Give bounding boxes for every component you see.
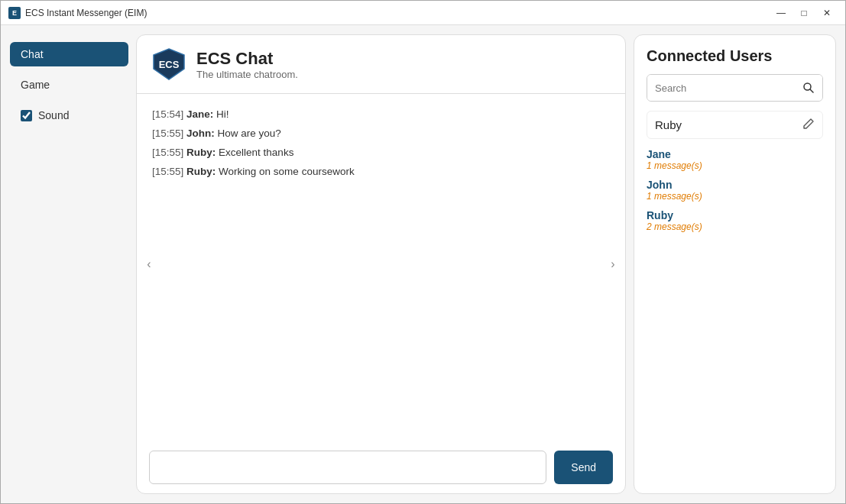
user-entry[interactable]: Jane1 message(s) xyxy=(647,148,823,171)
chat-messages: [15:54] Jane: Hi![15:55] John: How are y… xyxy=(137,94,625,441)
user-entry[interactable]: Ruby2 message(s) xyxy=(647,209,823,232)
sidebar: Chat Game Sound xyxy=(10,34,128,494)
main-content: Chat Game Sound ECS ECS Chat The ultimat xyxy=(1,25,845,503)
search-input[interactable] xyxy=(647,75,795,101)
msg-time: [15:55] xyxy=(152,128,183,139)
sound-checkbox[interactable] xyxy=(21,110,32,121)
minimize-button[interactable]: — xyxy=(770,5,792,21)
msg-user: John: xyxy=(186,128,215,139)
svg-text:ECS: ECS xyxy=(159,59,180,70)
search-icon xyxy=(802,82,815,94)
chat-logo-icon: ECS xyxy=(152,47,186,81)
msg-time: [15:55] xyxy=(152,147,183,158)
msg-text: How are you? xyxy=(218,128,281,139)
chat-title: ECS Chat xyxy=(196,49,298,69)
msg-user: Ruby: xyxy=(186,147,216,158)
message-line: [15:55] Ruby: Excellent thanks xyxy=(152,144,610,162)
users-list: Jane1 message(s)John1 message(s)Ruby2 me… xyxy=(647,148,823,232)
user-entry[interactable]: John1 message(s) xyxy=(647,179,823,202)
chat-input-area: Send xyxy=(137,441,625,493)
user-message-count: 1 message(s) xyxy=(647,191,823,202)
message-line: [15:54] Jane: Hi! xyxy=(152,106,610,124)
user-message-count: 2 message(s) xyxy=(647,221,823,232)
msg-user: Jane: xyxy=(186,108,213,120)
title-bar: E ECS Instant Messenger (EIM) — □ ✕ xyxy=(1,1,845,25)
close-button[interactable]: ✕ xyxy=(816,5,838,21)
title-bar-controls: — □ ✕ xyxy=(770,5,838,21)
chat-nav-left-button[interactable]: ‹ xyxy=(140,255,158,273)
msg-time: [15:55] xyxy=(152,166,183,177)
svg-line-3 xyxy=(810,89,813,92)
user-name: Ruby xyxy=(647,209,823,221)
chat-nav-right-button[interactable]: › xyxy=(604,255,622,273)
sidebar-item-game[interactable]: Game xyxy=(10,73,128,97)
msg-user: Ruby: xyxy=(186,166,216,177)
current-user-name: Ruby xyxy=(655,118,682,131)
msg-text: Working on some coursework xyxy=(219,166,355,177)
msg-time: [15:54] xyxy=(152,108,183,120)
app-icon: E xyxy=(8,7,21,19)
edit-username-button[interactable] xyxy=(802,118,815,132)
chat-header-text: ECS Chat The ultimate chatroom. xyxy=(196,49,298,80)
app-window: E ECS Instant Messenger (EIM) — □ ✕ Chat… xyxy=(0,0,846,504)
chat-header: ECS ECS Chat The ultimate chatroom. xyxy=(137,35,625,94)
sound-checkbox-label[interactable]: Sound xyxy=(10,103,128,128)
message-line: [15:55] Ruby: Working on some coursework xyxy=(152,163,610,181)
search-box xyxy=(647,74,823,102)
send-button[interactable]: Send xyxy=(554,451,613,484)
edit-icon xyxy=(802,118,815,130)
sound-label: Sound xyxy=(38,109,69,121)
title-bar-left: E ECS Instant Messenger (EIM) xyxy=(8,7,147,19)
chat-input[interactable] xyxy=(149,451,546,484)
maximize-button[interactable]: □ xyxy=(793,5,815,21)
msg-text: Hi! xyxy=(216,108,229,120)
sidebar-item-chat[interactable]: Chat xyxy=(10,42,128,66)
user-name: John xyxy=(647,179,823,191)
connected-users-title: Connected Users xyxy=(647,47,823,65)
search-button[interactable] xyxy=(795,75,822,101)
right-panel: Connected Users Ruby xyxy=(634,34,836,494)
current-user-row: Ruby xyxy=(647,111,823,139)
user-message-count: 1 message(s) xyxy=(647,160,823,171)
app-title: ECS Instant Messenger (EIM) xyxy=(25,8,147,18)
user-name: Jane xyxy=(647,148,823,160)
chat-area: ECS ECS Chat The ultimate chatroom. [15:… xyxy=(136,34,626,494)
message-line: [15:55] John: How are you? xyxy=(152,125,610,143)
msg-text: Excellent thanks xyxy=(219,147,293,158)
chat-subtitle: The ultimate chatroom. xyxy=(196,69,298,80)
